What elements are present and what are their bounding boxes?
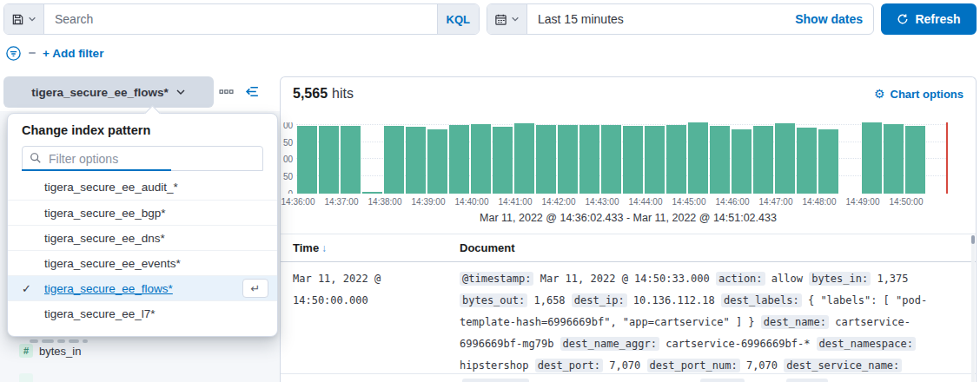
- x-axis-tick-label: 14:45:00: [672, 197, 706, 207]
- field-name-badge: dest_port_num:: [647, 359, 740, 372]
- table-scrollbar[interactable]: [971, 235, 975, 382]
- chevron-down-icon: [511, 15, 520, 23]
- search-box: KQL: [3, 3, 480, 35]
- column-header-document: Document: [460, 241, 515, 254]
- histogram-bar[interactable]: [427, 129, 447, 194]
- number-field-icon: #: [19, 344, 33, 358]
- histogram-bar[interactable]: [601, 125, 621, 194]
- index-pattern-option[interactable]: tigera_secure_ee_l7*: [8, 300, 277, 326]
- gear-icon: ⚙: [874, 87, 885, 101]
- histogram-bar[interactable]: [536, 125, 556, 194]
- collapse-sidebar-icon[interactable]: [245, 84, 260, 99]
- histogram-bar[interactable]: [514, 123, 534, 194]
- histogram-bar[interactable]: [710, 126, 730, 194]
- index-pattern-option[interactable]: tigera_secure_ee_dns*: [8, 225, 277, 250]
- index-pattern-list: tigera_secure_ee_audit_*tigera_secure_ee…: [8, 175, 277, 326]
- histogram-bar[interactable]: [471, 124, 491, 194]
- y-axis-tick-label: 00: [283, 122, 293, 130]
- histogram-bar[interactable]: [406, 127, 426, 194]
- query-language-toggle[interactable]: KQL: [437, 4, 479, 34]
- chevron-down-icon: [28, 15, 36, 23]
- column-header-time[interactable]: Time↓: [293, 241, 327, 254]
- histogram-plot[interactable]: [296, 122, 948, 194]
- x-axis-tick-label: 14:37:00: [325, 197, 359, 207]
- x-axis-labels: 14:36:0014:37:0014:38:0014:39:0014:40:00…: [296, 197, 957, 209]
- x-axis-tick-label: 14:42:00: [542, 197, 576, 207]
- field-name-badge: dest_service_name:: [784, 359, 902, 372]
- chart-options-button[interactable]: ⚙ Chart options: [874, 87, 963, 101]
- date-picker[interactable]: Last 15 minutes Show dates: [487, 3, 874, 35]
- histogram-bar[interactable]: [623, 126, 643, 194]
- filter-menu-icon[interactable]: [5, 45, 22, 62]
- histogram-bar[interactable]: [645, 126, 665, 194]
- add-filter-link[interactable]: + Add filter: [43, 47, 103, 60]
- row-document-cell[interactable]: @timestamp: Mar 11, 2022 @ 14:50:33.000 …: [460, 268, 963, 377]
- index-pattern-option[interactable]: tigera_secure_ee_bgp*: [8, 200, 277, 225]
- histogram-bar[interactable]: [666, 125, 686, 194]
- row-time-cell[interactable]: Mar 11, 2022 @ 14:50:00.000: [293, 268, 458, 312]
- x-axis-tick-label: 14:44:00: [629, 197, 663, 207]
- histogram-bar[interactable]: [558, 125, 578, 194]
- results-panel: 5,565 hits ⚙ Chart options 005000500 14:…: [280, 76, 977, 382]
- x-axis-tick-label: 14:48:00: [803, 197, 837, 207]
- histogram-bar[interactable]: [688, 122, 708, 194]
- row-divider: [281, 373, 976, 374]
- x-axis-tick-label: 14:49:00: [846, 197, 880, 207]
- popover-title: Change index pattern: [8, 114, 277, 144]
- x-axis-tick-label: 14:50:00: [890, 197, 924, 207]
- time-range-value[interactable]: Last 15 minutes: [527, 12, 624, 26]
- histogram-bar[interactable]: [297, 126, 317, 194]
- chart-options-label: Chart options: [891, 88, 964, 101]
- y-axis-tick-label: 50: [283, 138, 293, 148]
- search-icon: [30, 152, 42, 164]
- refresh-button[interactable]: Refresh: [881, 3, 977, 35]
- hits-count: 5,565: [293, 86, 328, 102]
- histogram-bar[interactable]: [579, 125, 599, 194]
- index-pattern-option[interactable]: tigera_secure_ee_events*: [8, 250, 277, 275]
- field-name-badge: @timestamp:: [460, 272, 533, 286]
- index-pattern-option-label: tigera_secure_ee_events*: [44, 257, 181, 270]
- input-focus-underline: [22, 169, 171, 171]
- index-pattern-button[interactable]: tigera_secure_ee_flows*: [3, 76, 214, 108]
- field-name-badge: dest_namespace:: [817, 337, 916, 351]
- y-axis-labels: 005000500: [281, 122, 294, 194]
- scrollbar-thumb[interactable]: [971, 235, 975, 244]
- histogram-bar[interactable]: [384, 126, 404, 194]
- histogram-bar[interactable]: [341, 126, 361, 194]
- boxes-horizontal-icon[interactable]: [219, 84, 234, 99]
- histogram-bar[interactable]: [493, 127, 513, 194]
- histogram-bar[interactable]: [818, 129, 838, 194]
- histogram-bar[interactable]: [862, 122, 882, 194]
- x-axis-tick-label: 14:47:00: [759, 197, 793, 207]
- histogram-bar[interactable]: [884, 124, 904, 194]
- gridline: [296, 124, 948, 125]
- histogram-bar[interactable]: [905, 126, 925, 194]
- index-pattern-option-label: tigera_secure_ee_flows*: [44, 282, 173, 295]
- x-axis-tick-label: 14:40:00: [455, 197, 489, 207]
- show-dates-link[interactable]: Show dates: [795, 12, 873, 26]
- hits-label: hits: [332, 86, 354, 102]
- query-bar: KQL Last 15 minutes Show dates Refresh: [3, 3, 977, 35]
- date-quick-menu[interactable]: [487, 4, 527, 34]
- histogram-bar[interactable]: [753, 126, 773, 194]
- saved-query-menu[interactable]: [4, 4, 44, 34]
- histogram-bar[interactable]: [449, 125, 469, 194]
- x-axis-tick-label: 14:38:00: [368, 197, 402, 207]
- index-pattern-option[interactable]: ✓tigera_secure_ee_flows*↵: [8, 275, 277, 300]
- index-pattern-option[interactable]: tigera_secure_ee_audit_*: [8, 175, 277, 200]
- index-pattern-option-label: tigera_secure_ee_dns*: [44, 232, 165, 245]
- field-item-bytes-in[interactable]: # bytes_in: [19, 344, 81, 358]
- hits-histogram: 005000500 14:36:0014:37:0014:38:0014:39:…: [281, 122, 976, 209]
- histogram-bar[interactable]: [362, 192, 382, 194]
- index-pattern-label: tigera_secure_ee_flows*: [31, 86, 169, 99]
- x-axis-tick-label: 14:41:00: [499, 197, 533, 207]
- histogram-bar[interactable]: [319, 126, 339, 194]
- x-axis-tick-label: 14:39:00: [412, 197, 446, 207]
- histogram-bar[interactable]: [775, 123, 795, 194]
- search-input[interactable]: [44, 4, 437, 34]
- histogram-bar[interactable]: [797, 128, 817, 194]
- check-icon: ✓: [22, 282, 44, 295]
- field-name-badge: action:: [716, 272, 765, 286]
- histogram-bar[interactable]: [732, 129, 752, 194]
- filter-options-input[interactable]: [22, 146, 263, 171]
